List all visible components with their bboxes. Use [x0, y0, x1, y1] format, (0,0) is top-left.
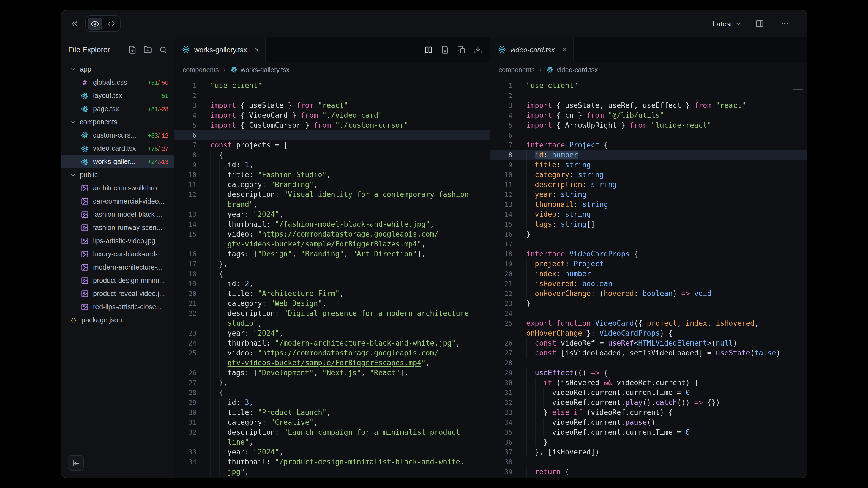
code-line[interactable]: 19 project: Project: [490, 259, 807, 269]
code-line[interactable]: 26 tags: ["Development", "Next.js", "Rea…: [175, 368, 490, 378]
code-line[interactable]: 10 category: string: [490, 170, 807, 180]
code-line[interactable]: 9 title: string: [490, 160, 807, 170]
code-line[interactable]: 34 videoRef.current.pause(): [490, 418, 807, 427]
code-line[interactable]: 5import { ArrowUpRight } from "lucide-re…: [490, 121, 807, 130]
new-folder-icon[interactable]: [144, 45, 152, 54]
code-line[interactable]: 18interface VideoCardProps {: [490, 249, 807, 259]
version-dropdown[interactable]: Latest: [713, 20, 742, 28]
tree-item[interactable]: works-galler...+24/-13: [61, 155, 174, 168]
code-line[interactable]: 33 year: "2024",: [175, 447, 490, 457]
tree-item[interactable]: architecture-walkthro...: [61, 182, 174, 195]
code-line[interactable]: onHoverChange }: VideoCardProps) {: [490, 328, 807, 338]
collapse-panel-button[interactable]: [67, 16, 82, 31]
code-line[interactable]: 12 description: "Visual identity for a c…: [175, 190, 490, 200]
code-toggle-button[interactable]: [103, 18, 118, 30]
tree-item[interactable]: video-card.tsx+76/-27: [61, 142, 174, 155]
panel-layout-button[interactable]: [752, 16, 767, 31]
code-line[interactable]: 28: [490, 358, 807, 368]
tree-folder[interactable]: app: [61, 63, 174, 76]
code-line[interactable]: 33 } else if (videoRef.current) {: [490, 408, 807, 418]
tree-item[interactable]: product-reveal-video.j...: [61, 287, 174, 300]
tree-item[interactable]: car-commercial-video...: [61, 195, 174, 208]
tab-video-card[interactable]: video-card.tsx: [490, 37, 574, 62]
tree-item[interactable]: red-lips-artistic-close...: [61, 300, 174, 314]
code-line[interactable]: 6: [175, 130, 490, 140]
code-line[interactable]: 31 videoRef.current.currentTime = 0: [490, 388, 807, 398]
close-icon[interactable]: [254, 46, 260, 53]
scrollbar-thumb[interactable]: [793, 89, 803, 90]
code-line[interactable]: 12 year: string: [490, 190, 807, 200]
code-line[interactable]: 14 thumbnail: "/fashion-model-black-and-…: [175, 220, 490, 229]
code-line[interactable]: 1"use client": [175, 81, 490, 91]
code-line[interactable]: 35 videoRef.current.currentTime = 0: [490, 427, 807, 437]
code-line[interactable]: 29 id: 3,: [175, 398, 490, 408]
code-line[interactable]: 38: [490, 457, 807, 467]
tree-item[interactable]: custom-curs...+33/-12: [61, 129, 174, 142]
code-line[interactable]: 21 category: "Web Design",: [175, 299, 490, 308]
code-line[interactable]: 22 description: "Digital presence for a …: [175, 308, 490, 319]
code-line[interactable]: 17 },: [175, 259, 490, 269]
download-icon[interactable]: [474, 45, 482, 54]
code-line[interactable]: 15 tags: string[]: [490, 220, 807, 229]
file-text-icon[interactable]: [441, 45, 449, 54]
code-line[interactable]: 6: [490, 130, 807, 140]
tree-item[interactable]: #globals.css+51/-50: [61, 76, 174, 89]
code-line[interactable]: 19 id: 2,: [175, 279, 490, 289]
code-line[interactable]: 32 videoRef.current.play().catch(() => {…: [490, 398, 807, 408]
code-line[interactable]: gtv-videos-bucket/sample/ForBiggerBlazes…: [175, 239, 490, 249]
code-line[interactable]: 13 year: "2024",: [175, 209, 490, 220]
code-line[interactable]: 14 video: string: [490, 209, 807, 220]
more-menu-button[interactable]: [777, 16, 793, 31]
code-line[interactable]: 8 {: [175, 150, 490, 160]
code-line[interactable]: 25export function VideoCard({ project, i…: [490, 319, 807, 328]
code-line[interactable]: 7const projects = [: [175, 140, 490, 150]
code-line[interactable]: 26 const videoRef = useRef<HTMLVideoElem…: [490, 338, 807, 348]
code-line[interactable]: line",: [175, 437, 490, 447]
code-line[interactable]: 22 onHoverChange: (hovered: boolean) => …: [490, 289, 807, 299]
code-line[interactable]: 2: [490, 91, 807, 101]
code-line[interactable]: 27 },: [175, 378, 490, 388]
code-line[interactable]: 30 title: "Product Launch",: [175, 408, 490, 418]
code-line[interactable]: 4import { VideoCard } from "./video-card…: [175, 110, 490, 121]
copy-icon[interactable]: [457, 45, 466, 54]
code-line[interactable]: 34 thumbnail: "/product-design-minimalis…: [175, 457, 490, 467]
code-line[interactable]: 1"use client": [490, 81, 807, 91]
code-line[interactable]: 4import { cn } from "@/lib/utils": [490, 110, 807, 121]
code-line[interactable]: 21 isHovered: boolean: [490, 279, 807, 289]
tree-item[interactable]: fashion-runway-scen...: [61, 221, 174, 234]
code-line[interactable]: 23}: [490, 299, 807, 308]
code-line[interactable]: 24 thumbnail: "/modern-architecture-blac…: [175, 338, 490, 348]
code-line[interactable]: gtv-videos-bucket/sample/ForBiggerEscape…: [175, 358, 490, 368]
dock-sidebar-button[interactable]: [68, 455, 84, 471]
split-columns-icon[interactable]: [424, 45, 433, 54]
code-line[interactable]: 11 description: string: [490, 180, 807, 190]
code-line[interactable]: 36 }: [490, 437, 807, 447]
tree-item[interactable]: layout.tsx+51: [61, 89, 174, 102]
breadcrumb-folder[interactable]: components: [499, 66, 535, 74]
code-line[interactable]: brand",: [175, 200, 490, 209]
tree-item[interactable]: {}package.json: [61, 314, 174, 327]
code-line[interactable]: 20 index: number: [490, 269, 807, 279]
breadcrumb-file[interactable]: video-card.tsx: [557, 66, 598, 74]
code-line[interactable]: 7interface Project {: [490, 140, 807, 150]
tree-item[interactable]: page.tsx+81/-28: [61, 102, 174, 116]
tree-item[interactable]: modern-architecture-...: [61, 261, 174, 274]
code-line[interactable]: 32 description: "Launch campaign for a m…: [175, 427, 490, 437]
code-editor-left[interactable]: 1"use client"23import { useState } from …: [175, 77, 490, 478]
code-line[interactable]: 10 title: "Fashion Studio",: [175, 170, 490, 180]
code-line[interactable]: 31 category: "Creative",: [175, 418, 490, 427]
code-line[interactable]: 16 tags: ["Design", "Branding", "Art Dir…: [175, 249, 490, 259]
code-line[interactable]: 11 category: "Branding",: [175, 180, 490, 190]
code-line[interactable]: 15 video: "https://commondatastorage.goo…: [175, 229, 490, 239]
code-line[interactable]: 2: [175, 91, 490, 101]
code-line[interactable]: 23 year: "2024",: [175, 328, 490, 338]
code-line[interactable]: studio",: [175, 319, 490, 328]
breadcrumb-file[interactable]: works-gallery.tsx: [241, 66, 289, 74]
code-editor-right[interactable]: 1"use client"23import { useState, useRef…: [490, 77, 807, 478]
code-line[interactable]: 17: [490, 239, 807, 249]
tree-item[interactable]: lips-artistic-video.jpg: [61, 234, 174, 248]
code-line[interactable]: 16}: [490, 229, 807, 239]
close-icon[interactable]: [561, 46, 567, 53]
breadcrumb-folder[interactable]: components: [183, 66, 219, 74]
code-line[interactable]: 37 }, [isHovered]): [490, 447, 807, 457]
